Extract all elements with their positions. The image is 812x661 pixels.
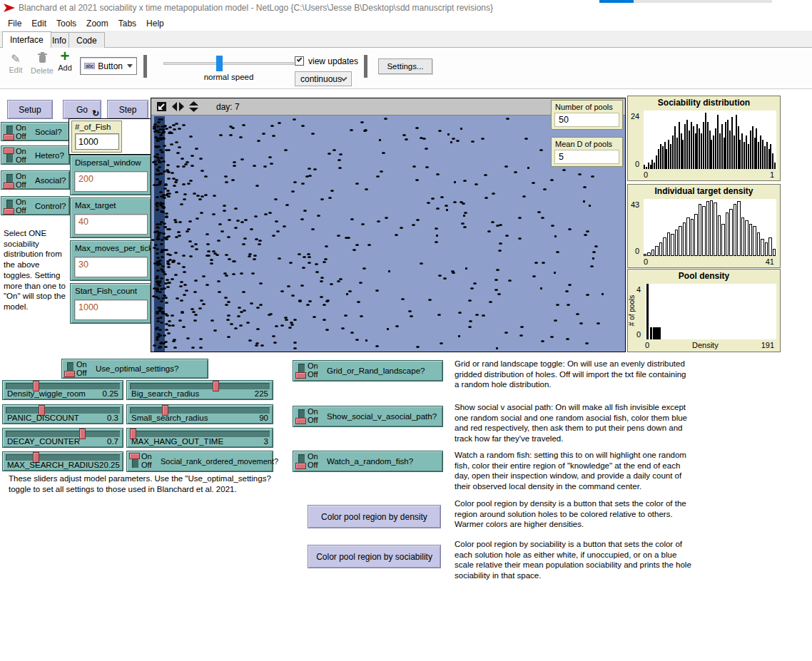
switch-asocial[interactable]: OnOff Asocial? — [1, 170, 70, 190]
switch-onoff-labels: OnOff — [76, 360, 87, 377]
button-widget-icon: abc — [84, 63, 95, 69]
edit-label: Edit — [6, 66, 26, 74]
switch-social[interactable]: OnOff Social? — [1, 122, 70, 141]
view-updates-label: view updates — [308, 56, 358, 66]
switch-social-rank-ordered-movement[interactable]: OnOff Social_rank_ordered_movement? — [126, 451, 273, 472]
input-dispersal-window[interactable]: Dispersal_window 200 — [70, 155, 151, 195]
update-mode-dropdown[interactable]: continuous — [295, 71, 352, 86]
plot-pool-density: Pool density 4 0 # of pools 0 Density 19… — [627, 269, 781, 352]
horizontal-arrows-icon[interactable] — [172, 102, 184, 111]
x-min-tick: 0 — [644, 257, 648, 266]
view-updates-checkbox[interactable] — [295, 56, 304, 66]
y-min-tick: 0 — [635, 247, 639, 255]
accent-strip-gray — [634, 0, 772, 3]
switch-hetero[interactable]: OnOff Hetero? — [1, 145, 70, 165]
title-bar: Blanchard et al 2021 sociability x time … — [0, 0, 812, 16]
slider-caption: Density_wiggle_room0.25 — [7, 389, 118, 398]
x-min-tick: 0 — [645, 341, 649, 349]
slider-caption: Big_search_radius225 — [131, 389, 268, 398]
tab-code[interactable]: Code — [68, 32, 105, 48]
switch-handle[interactable] — [295, 418, 306, 424]
speed-slider-track[interactable] — [163, 62, 294, 65]
slider-decay-counter[interactable]: DECAY_COUNTER0.7 — [2, 428, 123, 448]
widget-type-chooser[interactable]: abc Button — [80, 57, 137, 75]
slider-max-hang-out-time[interactable]: MAX_HANG_OUT_TIME3 — [126, 428, 273, 448]
switch-control[interactable]: OnOff Control? — [1, 196, 70, 215]
y-min-tick: 0 — [635, 160, 639, 168]
input-num-fish[interactable]: #_of_Fish 1000 — [71, 121, 122, 153]
slider-caption: PANIC_DISCOUNT0.3 — [7, 414, 118, 422]
switch-handle[interactable] — [129, 453, 140, 459]
switch-onoff-labels: OnOff — [308, 362, 318, 379]
go-button[interactable]: Go ↻ — [63, 100, 101, 119]
switch-handle[interactable] — [4, 134, 14, 140]
color-pool-by-density-button[interactable]: Color pool region by density — [308, 505, 441, 528]
edit-view-icon[interactable] — [156, 101, 167, 112]
switch-label: Use_optimal_settings? — [96, 359, 178, 378]
switch-handle[interactable] — [295, 372, 306, 379]
menu-file[interactable]: File — [3, 16, 26, 31]
switch-handle[interactable] — [64, 371, 75, 377]
slider-density-wiggle-room[interactable]: Density_wiggle_room0.25 — [2, 380, 123, 400]
switch-handle[interactable] — [4, 208, 14, 215]
setup-button[interactable]: Setup — [7, 100, 53, 119]
color-pool-by-sociability-button[interactable]: Color pool region by sociability — [308, 545, 441, 568]
plot-canvas — [644, 111, 776, 169]
input-max-target[interactable]: Max_target 40 — [70, 198, 151, 238]
input-field[interactable]: 30 — [74, 257, 148, 277]
note-grid-landscape: Grid or rand landscape toggle: On will u… — [455, 359, 691, 390]
switch-handle[interactable] — [295, 463, 306, 469]
y-min-tick: 0 — [636, 330, 641, 339]
note-color-density: Color pool region by density is a button… — [455, 498, 691, 530]
input-label: Max_moves_per_tick — [71, 241, 151, 252]
switch-label: Control? — [35, 197, 66, 215]
add-widget-button[interactable]: + Add — [56, 49, 74, 72]
delete-widget-button[interactable]: Delete — [29, 52, 56, 75]
monitor-number-of-pools: Number of pools 50 — [551, 100, 623, 130]
input-max-moves-per-tick[interactable]: Max_moves_per_tick 30 — [70, 240, 151, 281]
speed-slider-handle[interactable] — [216, 56, 223, 71]
settings-button[interactable]: Settings... — [378, 58, 432, 74]
switch-label: Social_rank_ordered_movement? — [161, 451, 278, 471]
world-view[interactable]: day: 7 — [151, 98, 626, 352]
plus-icon: + — [56, 49, 74, 63]
switch-grid-or-rand-landscape[interactable]: OnOff Grid_or_Rand_landscape? — [293, 360, 443, 381]
menu-edit[interactable]: Edit — [26, 16, 51, 31]
monitor-value: 5 — [554, 150, 619, 164]
slider-big-search-radius[interactable]: Big_search_radius225 — [126, 380, 273, 400]
input-label: Start_Fish_count — [71, 284, 151, 295]
input-field[interactable]: 40 — [74, 214, 148, 235]
menu-tabs[interactable]: Tabs — [113, 16, 141, 31]
slider-caption: DECAY_COUNTER0.7 — [7, 437, 118, 446]
input-field[interactable]: 200 — [74, 171, 148, 192]
slider-track — [130, 431, 270, 437]
menu-zoom[interactable]: Zoom — [81, 16, 113, 31]
step-button[interactable]: Step — [107, 100, 148, 119]
slider-small-search-radius[interactable]: Small_search_radius90 — [126, 404, 273, 424]
note-watch-fish: Watch a random fish: setting this to on … — [455, 450, 691, 492]
monitor-label: Mean D of pools — [552, 138, 622, 148]
input-field[interactable]: 1000 — [75, 133, 119, 150]
switch-handle[interactable] — [4, 148, 14, 154]
input-start-fish-count[interactable]: Start_Fish_count 1000 — [70, 283, 151, 324]
slider-max-search-radius2[interactable]: MAX_SEARCH_RADIUS20.25 — [2, 451, 123, 471]
vertical-arrows-icon[interactable] — [189, 101, 198, 112]
input-field[interactable]: 1000 — [74, 299, 148, 320]
y-max-tick: 43 — [631, 200, 639, 209]
y-max-tick: 24 — [631, 112, 639, 121]
note-show-social: Show social v asocial path: On will make… — [455, 402, 691, 444]
switch-use-optimal-settings[interactable]: OnOff Use_optimal_settings? — [61, 359, 208, 379]
switch-handle[interactable] — [4, 183, 14, 189]
switch-watch-a-random-fish[interactable]: OnOff Watch_a_random_fish? — [293, 451, 443, 472]
menu-tools[interactable]: Tools — [51, 16, 81, 31]
switch-onoff-labels: OnOff — [308, 407, 318, 424]
add-label: Add — [56, 63, 74, 72]
edit-widget-button[interactable]: ✎ Edit — [6, 52, 26, 74]
switch-show-social-v-asocial-path[interactable]: OnOff Show_social_v_asocial_path? — [293, 406, 443, 427]
tab-interface[interactable]: Interface — [2, 31, 51, 48]
netlogo-logo-icon — [4, 3, 16, 13]
slider-track — [130, 407, 270, 414]
switch-label: Hetero? — [35, 146, 64, 164]
slider-panic-discount[interactable]: PANIC_DISCOUNT0.3 — [2, 404, 123, 424]
menu-help[interactable]: Help — [141, 16, 169, 31]
